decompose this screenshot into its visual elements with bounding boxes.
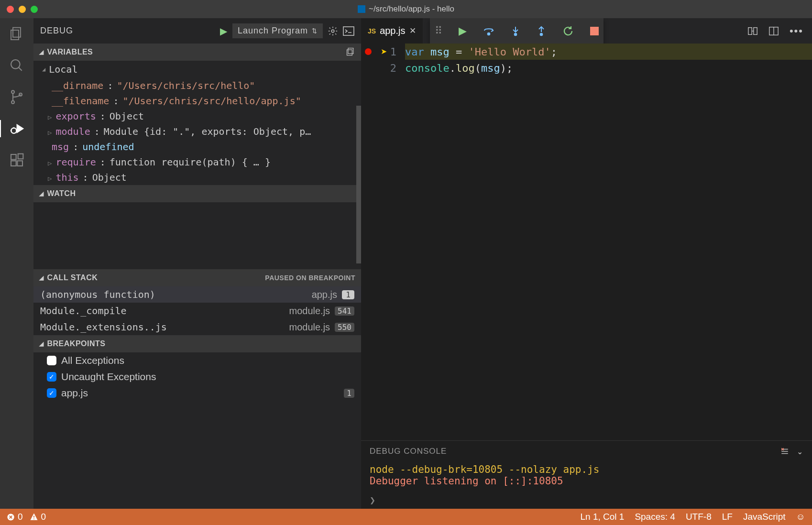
scrollbar-thumb[interactable] [356, 106, 361, 263]
gutter-line[interactable]: ➤ 1 [361, 44, 405, 60]
more-icon[interactable]: ••• [790, 25, 803, 37]
status-indentation[interactable]: Spaces: 4 [635, 512, 675, 522]
callstack-frame[interactable]: Module._extensions..js module.js 550 [33, 319, 361, 335]
window-close-button[interactable] [7, 6, 14, 13]
feedback-icon[interactable]: ☺ [796, 512, 805, 522]
line-number: 2 [390, 62, 396, 74]
variable-row[interactable]: __filename: "/Users/chris/src/hello/app.… [33, 93, 361, 109]
compare-icon[interactable] [747, 26, 758, 36]
variable-name: exports [55, 110, 96, 122]
svg-point-7 [11, 128, 16, 133]
launch-config-select[interactable]: Launch Program ⇅ [232, 23, 323, 38]
gear-icon[interactable] [328, 26, 338, 36]
frame-line: 541 [335, 306, 354, 316]
breakpoint-line: 1 [344, 389, 354, 398]
debug-toolbar[interactable]: ⠿ ▶ [430, 18, 604, 44]
status-eol[interactable]: LF [722, 512, 733, 522]
svg-point-22 [514, 33, 516, 35]
frame-function: Module._compile [40, 305, 289, 317]
status-warnings[interactable]: 0 [30, 512, 46, 522]
chevron-right-icon: ▷ [48, 129, 52, 136]
frame-function: (anonymous function) [40, 289, 312, 300]
extensions-icon[interactable] [8, 152, 25, 169]
step-into-button[interactable] [511, 26, 520, 36]
svg-rect-14 [17, 161, 22, 166]
variable-value: undefined [82, 141, 134, 153]
javascript-icon: JS [368, 27, 376, 35]
repl-icon[interactable] [343, 26, 354, 36]
callstack-frame[interactable]: (anonymous function) app.js 1 [33, 286, 361, 303]
callstack-frame[interactable]: Module._compile module.js 541 [33, 303, 361, 319]
step-over-button[interactable] [483, 26, 494, 36]
drag-handle-icon[interactable]: ⠿ [435, 25, 442, 37]
chevron-down-icon: ◢ [39, 49, 44, 55]
variable-value: "/Users/chris/src/hello/app.js" [122, 95, 301, 107]
svg-rect-25 [590, 27, 599, 35]
window-zoom-button[interactable] [31, 6, 38, 13]
explorer-icon[interactable] [8, 25, 25, 43]
clear-console-icon[interactable] [780, 447, 789, 456]
debug-icon[interactable] [9, 120, 26, 137]
gutter-line[interactable]: 2 [361, 60, 405, 76]
svg-point-41 [33, 518, 34, 519]
breakpoint-row[interactable]: ✓Uncaught Exceptions [33, 369, 361, 385]
collapse-console-icon[interactable]: ⌄ [797, 447, 803, 456]
svg-rect-12 [11, 154, 16, 160]
watch-body [33, 202, 361, 269]
watch-section-header[interactable]: ◢ WATCH [33, 185, 361, 202]
split-editor-icon[interactable] [768, 26, 779, 36]
variable-row[interactable]: ▷this: Object [33, 170, 361, 185]
breakpoint-row[interactable]: All Exceptions [33, 352, 361, 369]
code-line[interactable]: var msg = 'Hello World'; [405, 44, 812, 60]
callstack-section-header[interactable]: ◢ CALL STACK PAUSED ON BREAKPOINT [33, 269, 361, 286]
tab-app-js[interactable]: JS app.js ✕ [361, 18, 423, 44]
debug-console-line: node --debug-brk=10805 --nolazy app.js [370, 464, 803, 475]
start-debug-button[interactable]: ▶ [220, 25, 228, 37]
breakpoint-row[interactable]: ✓app.js1 [33, 385, 361, 401]
collapse-all-icon[interactable] [346, 47, 355, 57]
activity-bar [0, 18, 33, 509]
variable-row[interactable]: msg: undefined [33, 139, 361, 154]
svg-rect-19 [347, 50, 352, 55]
svg-marker-11 [17, 124, 24, 133]
callstack-status: PAUSED ON BREAKPOINT [265, 274, 355, 282]
svg-point-24 [540, 33, 542, 35]
breakpoint-checkbox[interactable]: ✓ [47, 388, 56, 398]
variables-section-header[interactable]: ◢ VARIABLES [33, 44, 361, 61]
restart-button[interactable] [562, 25, 574, 37]
stop-button[interactable] [590, 27, 599, 35]
svg-line-3 [19, 67, 22, 71]
breakpoint-label: All Exceptions [61, 355, 354, 366]
variable-row[interactable]: ▷require: function require(path) { … } [33, 154, 361, 170]
breakpoint-checkbox[interactable] [47, 356, 56, 365]
svg-rect-26 [748, 27, 752, 34]
status-encoding[interactable]: UTF-8 [686, 512, 712, 522]
status-errors[interactable]: 0 [7, 512, 23, 522]
svg-rect-13 [11, 161, 16, 166]
variable-row[interactable]: __dirname: "/Users/chris/src/hello" [33, 78, 361, 93]
window-minimize-button[interactable] [19, 6, 26, 13]
breakpoint-label: Uncaught Exceptions [61, 371, 354, 383]
current-line-arrow-icon: ➤ [381, 46, 387, 58]
debug-console-panel: DEBUG CONSOLE ⌄ node --debug-brk=10805 -… [361, 440, 812, 509]
chevron-right-icon: ▷ [48, 175, 52, 182]
code-editor[interactable]: ➤ 12 var msg = 'Hello World';console.log… [361, 44, 812, 440]
variable-name: this [55, 172, 78, 183]
variable-row[interactable]: ▷exports: Object [33, 109, 361, 124]
variables-scope-local[interactable]: ◢ Local [33, 61, 361, 78]
step-out-button[interactable] [537, 26, 546, 36]
tab-close-button[interactable]: ✕ [409, 26, 416, 36]
frame-source: module.js [289, 306, 330, 317]
breakpoints-section-header[interactable]: ◢ BREAKPOINTS [33, 335, 361, 352]
code-line[interactable]: console.log(msg); [405, 60, 812, 76]
variable-row[interactable]: ▷module: Module {id: ".", exports: Objec… [33, 124, 361, 139]
breakpoint-glyph-icon[interactable] [364, 47, 373, 56]
variable-value: Module {id: ".", exports: Object, p… [104, 126, 311, 137]
debug-console-input[interactable]: ❯ [361, 492, 812, 509]
breakpoint-checkbox[interactable]: ✓ [47, 372, 56, 382]
search-icon[interactable] [8, 57, 25, 74]
status-cursor-position[interactable]: Ln 1, Col 1 [580, 512, 624, 522]
continue-button[interactable]: ▶ [459, 25, 467, 37]
status-language[interactable]: JavaScript [743, 512, 786, 522]
git-icon[interactable] [8, 88, 25, 106]
